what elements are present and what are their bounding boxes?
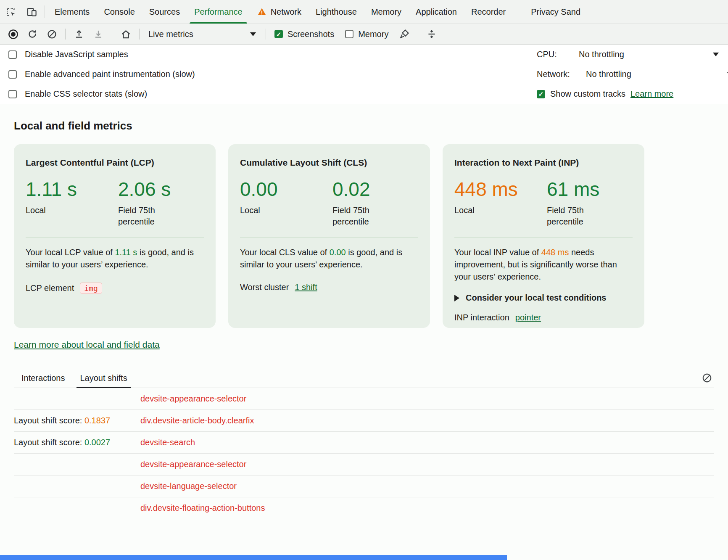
layout-shift-row: devsite-language-selector — [14, 475, 714, 497]
advanced-paint-checkbox[interactable]: Enable advanced paint instrumentation (s… — [8, 64, 537, 84]
collapse-icon — [426, 29, 437, 40]
tab-elements[interactable]: Elements — [47, 0, 97, 24]
circle-slash-icon — [47, 29, 57, 40]
learn-more-local-field-link[interactable]: Learn more about local and field data — [14, 340, 160, 350]
tab-application[interactable]: Application — [409, 0, 464, 24]
tab-network[interactable]: Network — [250, 0, 309, 24]
local-label: Local — [26, 205, 78, 216]
cls-card: Cumulative Layout Shift (CLS) 0.00 Local… — [228, 144, 430, 328]
tab-recorder[interactable]: Recorder — [464, 0, 513, 24]
clear-log-button[interactable] — [702, 372, 712, 383]
tab-interactions[interactable]: Interactions — [14, 368, 72, 388]
inp-interaction-label: INP interaction — [454, 313, 509, 322]
lcp-element-node-link[interactable]: img — [80, 283, 102, 294]
device-toolbar-icon — [26, 6, 37, 18]
lcp-card: Largest Contentful Paint (LCP) 1.11 s Lo… — [14, 144, 216, 328]
divider — [65, 29, 66, 40]
layout-shifts-log: devsite-appearance-selector Layout shift… — [14, 388, 714, 515]
tab-performance[interactable]: Performance — [187, 0, 250, 24]
live-metrics-label: Live metrics — [148, 29, 193, 39]
disable-js-samples-checkbox[interactable]: Disable JavaScript samples — [8, 45, 537, 64]
live-metrics-select[interactable]: Live metrics — [143, 26, 262, 42]
show-custom-tracks-row: Show custom tracks Learn more — [537, 84, 728, 104]
node-link[interactable]: devsite-appearance-selector — [140, 394, 246, 404]
cls-description: Your local CLS value of 0.00 is good, an… — [240, 246, 418, 271]
lcp-values: 1.11 s Local 2.06 s Field 75th percentil… — [26, 178, 204, 227]
warning-icon — [257, 7, 267, 17]
worst-cluster-label: Worst cluster — [240, 283, 289, 292]
inspect-element-button[interactable] — [0, 0, 21, 24]
cls-values: 0.00 Local 0.02 Field 75th percentile — [240, 178, 418, 227]
metric-cards: Largest Contentful Paint (LCP) 1.11 s Lo… — [14, 144, 644, 328]
lcp-description: Your local LCP value of 1.11 s is good, … — [26, 246, 204, 271]
node-link[interactable]: devsite-language-selector — [140, 481, 237, 491]
record-page-load-button[interactable] — [23, 26, 42, 42]
shift-score: Layout shift score: 0.0027 — [14, 438, 140, 447]
inp-field-value: 61 ms — [547, 178, 639, 201]
memory-checkbox[interactable]: Memory — [340, 29, 395, 39]
tab-memory[interactable]: Memory — [364, 0, 409, 24]
collapse-panel-button[interactable] — [422, 26, 441, 42]
chevron-down-icon — [713, 53, 719, 56]
inp-description: Your local INP value of 448 ms needs imp… — [454, 246, 633, 283]
show-custom-tracks-checkbox[interactable] — [537, 90, 545, 98]
settings-checkbox-column: Disable JavaScript samples Enable advanc… — [8, 45, 537, 104]
checkbox-unchecked-icon — [8, 90, 17, 98]
layout-shift-row: Layout shift score: 0.1837 div.devsite-a… — [14, 410, 714, 432]
cpu-value: No throttling — [579, 50, 624, 59]
shift-score: Layout shift score: 0.1837 — [14, 416, 140, 425]
tab-sources[interactable]: Sources — [142, 0, 187, 24]
throttling-column: CPU: No throttling Network: No throttlin… — [537, 45, 728, 104]
tab-privacy-sandbox[interactable]: Privacy Sand — [524, 0, 588, 24]
checkbox-unchecked-icon — [8, 70, 17, 79]
network-throttling-select[interactable]: Network: No throttling — [537, 64, 728, 84]
lcp-local-value: 1.11 s — [26, 178, 118, 201]
node-link[interactable]: devsite-appearance-selector — [140, 460, 246, 469]
tab-console[interactable]: Console — [97, 0, 142, 24]
worst-cluster-link[interactable]: 1 shift — [295, 283, 317, 292]
collect-garbage-button[interactable] — [395, 26, 414, 42]
screenshots-checkbox[interactable]: Screenshots — [270, 29, 340, 39]
upload-icon — [74, 29, 84, 40]
record-button[interactable] — [3, 26, 23, 42]
memory-label: Memory — [358, 29, 388, 39]
inp-interaction-link[interactable]: pointer — [515, 313, 541, 322]
tab-label: Privacy Sand — [531, 7, 580, 17]
node-link[interactable]: devsite-search — [140, 438, 195, 447]
divider — [418, 29, 418, 40]
tab-layout-shifts[interactable]: Layout shifts — [72, 368, 135, 388]
local-label: Local — [240, 205, 293, 216]
lcp-element-row: LCP element img — [26, 283, 204, 294]
device-toolbar-button[interactable] — [21, 0, 42, 24]
node-link[interactable]: div.devsite-article-body.clearfix — [140, 416, 254, 425]
tab-label: Performance — [194, 7, 243, 17]
card-title: Largest Contentful Paint (LCP) — [26, 158, 204, 168]
tab-label: Layout shifts — [80, 373, 127, 383]
tab-label: Application — [416, 7, 457, 17]
setting-label: Disable JavaScript samples — [25, 50, 128, 59]
tab-label: Recorder — [471, 7, 506, 17]
worst-cluster-row: Worst cluster 1 shift — [240, 283, 418, 292]
checkbox-unchecked-icon — [8, 50, 17, 59]
layout-shift-row: devsite-appearance-selector — [14, 388, 714, 410]
lcp-element-label: LCP element — [26, 283, 74, 293]
save-profile-button[interactable] — [89, 26, 108, 42]
tab-label: Memory — [371, 7, 401, 17]
layout-shift-row: devsite-appearance-selector — [14, 454, 714, 475]
setting-label: Enable CSS selector stats (slow) — [25, 89, 147, 99]
node-link[interactable]: div.devsite-floating-action-buttons — [140, 503, 265, 513]
tab-lighthouse[interactable]: Lighthouse — [309, 0, 364, 24]
lcp-field-value: 2.06 s — [118, 178, 211, 201]
divider — [112, 29, 112, 40]
inp-interaction-row: INP interaction pointer — [454, 313, 633, 322]
css-selector-stats-checkbox[interactable]: Enable CSS selector stats (slow) — [8, 84, 537, 104]
cpu-label: CPU: — [537, 50, 579, 59]
cpu-throttling-select[interactable]: CPU: No throttling — [537, 45, 728, 64]
load-profile-button[interactable] — [69, 26, 89, 42]
local-test-conditions-disclosure[interactable]: Consider your local test conditions — [454, 293, 633, 303]
home-button[interactable] — [116, 26, 135, 42]
learn-more-link[interactable]: Learn more — [630, 89, 673, 99]
live-metrics-view: Local and field metrics Largest Contentf… — [0, 104, 728, 560]
clear-button[interactable] — [42, 26, 61, 42]
triangle-right-icon — [454, 295, 459, 301]
